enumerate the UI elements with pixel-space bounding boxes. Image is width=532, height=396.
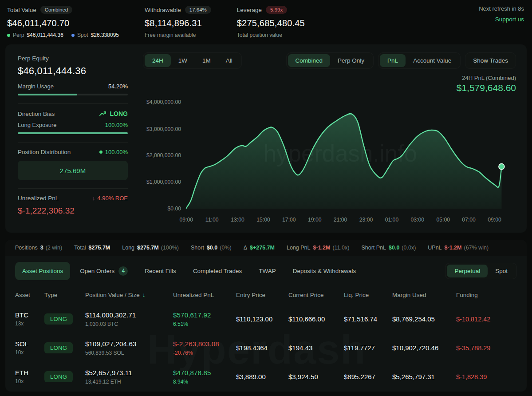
leverage-value: $275,685,480.45	[237, 18, 305, 28]
perp-equity-section: Perp Equity $46,011,444.36 Margin Usage …	[18, 52, 128, 104]
show-trades-button[interactable]: Show Trades	[465, 52, 516, 69]
svg-text:23:00: 23:00	[359, 217, 373, 223]
tab-recent-fills[interactable]: Recent Fills	[138, 262, 183, 280]
withdrawable-sub: Free margin available	[145, 32, 196, 38]
side-badge: LONG	[44, 371, 73, 382]
svg-text:09:00: 09:00	[488, 217, 501, 223]
tab-completed-trades[interactable]: Completed Trades	[186, 262, 249, 280]
refresh-countdown: Next refresh in 8s	[479, 5, 524, 12]
position-distribution-pct: 100.00%	[105, 149, 128, 155]
svg-text:$4,000,000.00: $4,000,000.00	[146, 99, 181, 105]
col-asset[interactable]: Asset	[15, 292, 44, 298]
svg-text:05:00: 05:00	[436, 217, 450, 223]
col-entry-price[interactable]: Entry Price	[236, 292, 288, 298]
positions-card: Hyperdash Positions3(2 win)Total$275.7ML…	[5, 240, 527, 392]
perp-value: $46,011,444.36	[27, 32, 63, 38]
tab-twap[interactable]: TWAP	[252, 262, 283, 280]
view-tab-account-value[interactable]: Account Value	[406, 54, 459, 67]
time-tab-24h[interactable]: 24H	[145, 54, 171, 67]
pnl-accountvalue-toggle: PnLAccount Value	[378, 52, 461, 69]
chart-svg: hyperdash.info$0.00$1,000,000.00$2,000,0…	[143, 94, 516, 227]
market-tab-perpetual[interactable]: Perpetual	[447, 265, 488, 277]
svg-text:$3,000,000.00: $3,000,000.00	[146, 126, 181, 132]
col-unrealized-pnl[interactable]: Unrealized PnL	[173, 292, 236, 298]
margin-usage-label: Margin Usage	[18, 83, 54, 90]
withdrawable-block: Withdrawable 17.64% $8,114,896.31 Free m…	[145, 4, 211, 38]
col-current-price[interactable]: Current Price	[288, 292, 344, 298]
pnl-area-chart[interactable]: hyperdash.info$0.00$1,000,000.00$2,000,0…	[143, 94, 516, 229]
position-distribution-label: Position Distribution	[18, 149, 71, 155]
market-tab-spot[interactable]: Spot	[488, 265, 515, 277]
col-funding[interactable]: Funding	[456, 292, 517, 298]
svg-text:19:00: 19:00	[308, 217, 322, 223]
distribution-box[interactable]: 275.69M	[18, 161, 128, 180]
perp-equity-label: Perp Equity	[18, 55, 128, 62]
col-margin-used[interactable]: Margin Used	[392, 292, 456, 298]
chart-pnl-label: 24H PnL (Combined)	[143, 75, 516, 81]
spot-label: Spot	[77, 32, 88, 38]
long-exposure-label: Long Exposure	[18, 122, 56, 128]
combined-badge: Combined	[40, 6, 72, 14]
col-liq-price[interactable]: Liq. Price	[344, 292, 392, 298]
total-value: $46,011,470.70	[7, 18, 119, 28]
position-row-btc[interactable]: BTC13xLONG$114,000,302.711,030.03 BTC$57…	[5, 305, 527, 333]
unrealized-pnl-value: $-1,222,306.32	[18, 206, 128, 216]
summary-positions: Positions3(2 win)	[15, 245, 62, 251]
support-us-link[interactable]: Support us	[479, 16, 524, 23]
summary-total: Total$275.7M	[74, 245, 110, 251]
perp-label: Perp	[13, 32, 24, 38]
summary-short: Short$0.0(0%)	[191, 245, 232, 251]
arrow-down-icon: ↓	[92, 195, 95, 202]
stats-panel: Perp Equity $46,011,444.36 Margin Usage …	[18, 52, 128, 226]
tab-asset-positions[interactable]: Asset Positions	[15, 262, 70, 280]
margin-usage-bar	[18, 94, 128, 95]
position-row-sol[interactable]: SOL10xLONG$109,027,204.63560,839.53 SOL$…	[5, 333, 527, 362]
long-exposure-bar	[18, 132, 128, 134]
leverage-label: Leverage	[237, 7, 262, 13]
margin-usage-value: 54.20%	[108, 83, 128, 90]
spot-value: $26.338095	[91, 32, 119, 38]
col-position-value-size[interactable]: Position Value / Size↓	[85, 292, 173, 298]
top-header: Total Value Combined $46,011,470.70 Perp…	[0, 0, 532, 44]
tab-open-orders[interactable]: Open Orders4	[73, 262, 135, 280]
long-exposure-value: 100.00%	[105, 122, 128, 128]
time-tab-1m[interactable]: 1M	[195, 54, 218, 67]
distribution-dot-icon	[99, 150, 102, 154]
svg-text:$0.00: $0.00	[167, 206, 181, 212]
tab-deposits-withdrawals[interactable]: Deposits & Withdrawals	[286, 262, 363, 280]
perp-equity-value: $46,011,444.36	[18, 65, 128, 77]
svg-text:21:00: 21:00	[334, 217, 347, 223]
svg-text:17:00: 17:00	[282, 217, 296, 223]
direction-bias-label: Direction Bias	[18, 111, 55, 117]
total-value-label: Total Value	[7, 7, 36, 13]
svg-text:$2,000,000.00: $2,000,000.00	[146, 152, 181, 158]
roe-value: 4.90% ROE	[97, 195, 128, 202]
leverage-badge: 5.99x	[266, 6, 287, 14]
chart-pnl-value: $1,579,648.60	[143, 83, 516, 93]
view-tab-pnl[interactable]: PnL	[380, 54, 406, 67]
withdrawable-value: $8,114,896.31	[145, 18, 211, 28]
table-header: AssetTypePosition Value / Size↓Unrealize…	[5, 285, 527, 305]
tab-badge: 4	[118, 266, 128, 276]
mode-tab-combined[interactable]: Combined	[288, 54, 331, 67]
chart-panel: 24H1W1MAll CombinedPerp Only PnLAccount …	[143, 52, 516, 226]
table-body: BTC13xLONG$114,000,302.711,030.03 BTC$57…	[5, 305, 527, 391]
equity-chart-card: Perp Equity $46,011,444.36 Margin Usage …	[5, 44, 527, 233]
col-type[interactable]: Type	[44, 292, 85, 298]
perp-dot-icon	[7, 34, 10, 37]
time-tab-all[interactable]: All	[218, 54, 240, 67]
combined-perp-toggle: CombinedPerp Only	[286, 52, 374, 69]
summary-long-pnl: Long PnL$-1.2M(11.0x)	[287, 245, 349, 251]
svg-text:13:00: 13:00	[231, 217, 244, 223]
direction-bias-section: Direction Bias LONG Long Exposure 100.00…	[18, 104, 128, 143]
perpetual-spot-toggle: PerpetualSpot	[445, 263, 517, 279]
mode-tab-perp-only[interactable]: Perp Only	[330, 54, 372, 67]
svg-text:11:00: 11:00	[205, 217, 219, 223]
position-row-eth[interactable]: ETH10xLONG$52,657,973.1113,419.12 ETH$47…	[5, 362, 527, 391]
positions-tabs-row: Asset PositionsOpen Orders4Recent FillsC…	[5, 256, 527, 285]
withdrawable-pct-badge: 17.64%	[185, 6, 211, 14]
svg-text:09:00: 09:00	[179, 217, 193, 223]
time-tab-1w[interactable]: 1W	[171, 54, 195, 67]
trend-up-icon	[99, 111, 107, 116]
position-distribution-section: Position Distribution 100.00% 275.69M	[18, 143, 128, 189]
